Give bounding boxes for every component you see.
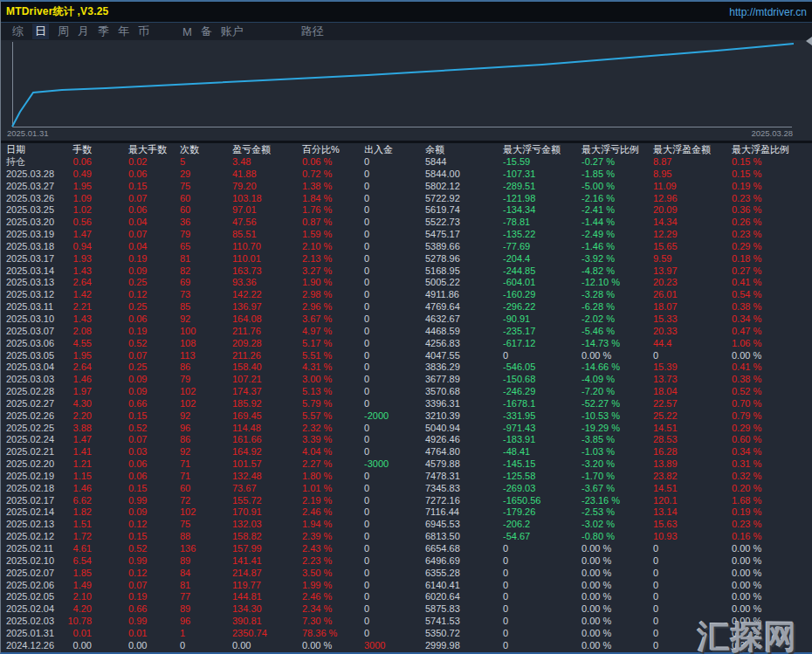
table-row[interactable]: 2025.03.191.470.077985.511.59 %05475.17-… bbox=[1, 229, 812, 241]
cell-9: -2.02 % bbox=[581, 313, 653, 326]
table-row[interactable]: 2025.03.200.560.043647.560.87 %05522.73-… bbox=[1, 217, 812, 229]
table-row[interactable]: 2025.03.031.460.0979107.213.00 %03677.89… bbox=[1, 374, 812, 386]
cell-2: 0.15 bbox=[92, 531, 180, 543]
table-row[interactable]: 2025.02.211.410.0392164.924.04 %04764.80… bbox=[1, 446, 812, 458]
table-row[interactable]: 2025.03.112.210.2585136.972.96 %04769.64… bbox=[1, 301, 812, 313]
cell-5: 2.32 % bbox=[302, 423, 364, 435]
table-row[interactable]: 2025.03.180.940.0465110.702.10 %05389.66… bbox=[1, 241, 812, 253]
cell-1: 6.54 bbox=[62, 555, 92, 568]
splitter-arrow-icon[interactable] bbox=[806, 37, 812, 45]
table-row[interactable]: 2025.03.271.950.157579.201.38 %05802.12-… bbox=[1, 181, 812, 193]
cell-7: 5389.66 bbox=[425, 241, 503, 253]
cell-3: 72 bbox=[180, 495, 232, 507]
cell-11: 0.20 % bbox=[732, 483, 812, 495]
cell-4: 132.48 bbox=[232, 471, 302, 483]
cell-2: 0.02 bbox=[92, 156, 180, 169]
cell-3: 36 bbox=[180, 217, 232, 229]
table-row[interactable]: 2025.02.061.490.0781119.771.99 %06140.41… bbox=[1, 580, 812, 592]
cell-8: -48.41 bbox=[503, 446, 581, 458]
table-row[interactable]: 2025.02.0310.780.9996390.817.30 %05741.5… bbox=[1, 616, 812, 628]
site-url-link[interactable]: http://mtdriver.cn bbox=[729, 6, 807, 18]
table-row[interactable]: 2025.02.044.200.6689134.302.34 %05875.83… bbox=[1, 603, 812, 616]
menu-item-path[interactable]: 路径 bbox=[301, 24, 324, 39]
cell-0: 2025.02.05 bbox=[1, 591, 62, 603]
cell-9: -1.85 % bbox=[581, 169, 653, 181]
cell-9: -19.29 % bbox=[581, 423, 653, 435]
table-row[interactable]: 2025.02.141.820.09102170.912.46 %07116.4… bbox=[1, 506, 812, 519]
cell-1: 2.64 bbox=[62, 277, 92, 289]
table-row[interactable]: 2025.03.141.430.0982163.733.27 %05168.95… bbox=[1, 265, 812, 278]
table-row[interactable]: 2025.03.261.090.0760103.181.84 %05722.92… bbox=[1, 193, 812, 205]
menu-item-yearly[interactable]: 年 bbox=[118, 24, 129, 39]
table-row[interactable]: 2025.02.176.620.9972155.722.19 %07272.16… bbox=[1, 495, 812, 507]
menu-item-weekly[interactable]: 周 bbox=[58, 24, 69, 39]
cell-2: 0.15 bbox=[92, 483, 180, 495]
table-row[interactable]: 2025.03.064.550.52108209.285.17 %04256.8… bbox=[1, 338, 812, 350]
cell-8: -235.17 bbox=[503, 326, 581, 338]
cell-6: 0 bbox=[364, 169, 425, 181]
table-row[interactable]: 2025.02.253.880.5296114.482.32 %05040.94… bbox=[1, 423, 812, 435]
cell-7: 4926.46 bbox=[425, 434, 503, 446]
table-row[interactable]: 2025.03.251.020.066097.011.76 %05619.74-… bbox=[1, 204, 812, 217]
cell-1: 1.95 bbox=[62, 181, 92, 193]
table-row[interactable]: 2025.02.114.610.52136157.992.43 %06654.6… bbox=[1, 543, 812, 555]
cell-11: 0.00 % bbox=[732, 580, 812, 592]
table-row[interactable]: 2025.01.310.010.0112350.7478.36 %05350.7… bbox=[1, 628, 812, 640]
table-row[interactable]: 2025.02.191.150.0671132.481.80 %07478.31… bbox=[1, 471, 812, 483]
table-row[interactable]: 2025.03.121.420.1273142.222.98 %04911.86… bbox=[1, 289, 812, 301]
table-row[interactable]: 持仓0.060.0253.480.06 %05844-15.59-0.27 %8… bbox=[1, 156, 812, 169]
cell-1: 1.93 bbox=[62, 253, 92, 265]
cell-8: -183.91 bbox=[503, 434, 581, 446]
table-row[interactable]: 2025.02.274.300.66102185.925.79 %03396.3… bbox=[1, 398, 812, 410]
cell-0: 2025.02.03 bbox=[1, 616, 62, 628]
table-row[interactable]: 2025.03.072.080.19100211.764.97 %04468.5… bbox=[1, 326, 812, 338]
table-row[interactable]: 2025.02.071.850.1284214.873.50 %06355.28… bbox=[1, 568, 812, 580]
table-row[interactable]: 2025.03.101.430.0692164.083.67 %04632.67… bbox=[1, 313, 812, 326]
cell-10: 15.39 bbox=[653, 361, 732, 374]
table-row[interactable]: 2025.03.132.640.256993.361.90 %05005.22-… bbox=[1, 277, 812, 289]
table-row[interactable]: 2025.02.241.470.0786161.663.39 %04926.46… bbox=[1, 434, 812, 446]
table-row[interactable]: 2025.02.262.200.1592169.455.57 %-2000321… bbox=[1, 410, 812, 423]
table-row[interactable]: 2025.03.042.640.2586158.404.31 %03836.29… bbox=[1, 361, 812, 374]
menu-item-backup[interactable]: 备 bbox=[201, 24, 212, 39]
cell-11: 0.54 % bbox=[732, 289, 812, 301]
table-row[interactable]: 2025.02.121.720.1588158.822.39 %06813.50… bbox=[1, 531, 812, 543]
table-row[interactable]: 2024.12.260.000.0000.000.00 %30002999.98… bbox=[1, 640, 812, 652]
menu-item-daily[interactable]: 日 bbox=[32, 24, 49, 39]
cell-6: 0 bbox=[364, 568, 425, 580]
cell-9: 0.00 % bbox=[581, 628, 653, 640]
cell-7: 5619.74 bbox=[425, 204, 503, 217]
cell-11: 0.00 % bbox=[732, 628, 812, 640]
cell-2: 0.19 bbox=[92, 253, 180, 265]
menu-item-currency[interactable]: 币 bbox=[138, 24, 149, 39]
table-row[interactable]: 2025.03.171.930.1981110.012.13 %05278.96… bbox=[1, 253, 812, 265]
cell-2: 0.00 bbox=[92, 640, 180, 652]
cell-9: -2.16 % bbox=[581, 193, 653, 205]
cell-10: 0 bbox=[653, 568, 732, 580]
table-row[interactable]: 2025.03.051.950.07113211.265.51 %04047.5… bbox=[1, 350, 812, 362]
table-row[interactable]: 2025.02.201.210.0671101.572.27 %-3000457… bbox=[1, 458, 812, 471]
menu-item-summary[interactable]: 综 bbox=[12, 24, 24, 39]
col-header-6: 出入金 bbox=[364, 143, 425, 156]
cell-8: -125.58 bbox=[503, 471, 581, 483]
table-row[interactable]: 2025.02.131.510.1275132.031.94 %06945.53… bbox=[1, 519, 812, 531]
cell-8: -246.29 bbox=[503, 386, 581, 398]
table-row[interactable]: 2025.02.281.970.09102174.375.13 %03570.6… bbox=[1, 386, 812, 398]
cell-2: 0.07 bbox=[92, 580, 180, 592]
cell-10: 0 bbox=[653, 628, 732, 640]
table-row[interactable]: 2025.02.052.100.1977144.812.46 %06020.64… bbox=[1, 591, 812, 603]
cell-6: 0 bbox=[364, 531, 425, 543]
table-row[interactable]: 2025.02.181.460.156073.671.01 %07345.83-… bbox=[1, 483, 812, 495]
cell-11: 0.47 % bbox=[732, 326, 812, 338]
menu-item-monthly[interactable]: 月 bbox=[78, 24, 89, 39]
table-row[interactable]: 2025.02.106.540.9989141.412.23 %06496.69… bbox=[1, 555, 812, 568]
menu-item-m[interactable]: M bbox=[182, 25, 192, 38]
cell-8: -604.01 bbox=[503, 277, 581, 289]
menu-item-account[interactable]: 账户 bbox=[221, 24, 244, 39]
cell-0: 2025.03.19 bbox=[1, 229, 62, 241]
cell-1: 4.55 bbox=[62, 338, 92, 350]
table-row[interactable]: 2025.03.280.490.062941.880.72 %05844.00-… bbox=[1, 169, 812, 181]
menu-item-quarterly[interactable]: 季 bbox=[98, 24, 109, 39]
cell-1: 1.95 bbox=[62, 350, 92, 362]
cell-2: 0.15 bbox=[92, 181, 180, 193]
